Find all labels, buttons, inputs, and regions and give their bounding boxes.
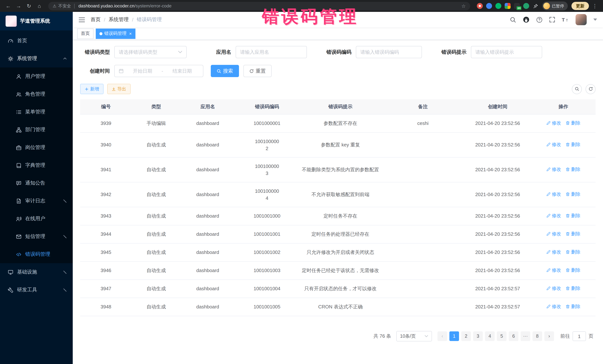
sidebar-item-首页[interactable]: 首页 xyxy=(0,32,73,50)
cell-msg: 不能删除类型为系统内置的参数配置 xyxy=(299,157,382,182)
extensions-pin-icon[interactable] xyxy=(533,3,538,9)
sidebar-item-通知公告[interactable]: 通知公告 xyxy=(0,174,73,192)
table-row: 3946自动生成dashboard1001001003定时任务已经处于该状态，无… xyxy=(80,262,596,280)
delete-link[interactable]: 删除 xyxy=(566,191,580,198)
page-button-5[interactable]: 5 xyxy=(497,331,507,341)
sidebar-item-系统管理[interactable]: 系统管理 xyxy=(0,50,73,67)
delete-link[interactable]: 删除 xyxy=(566,249,580,255)
security-label: 不安全 xyxy=(58,3,71,9)
reload-icon[interactable]: ↻ xyxy=(24,1,33,10)
browser-home-icon[interactable]: ⌂ xyxy=(35,1,44,10)
chevron-down-icon xyxy=(63,235,67,238)
user-icon xyxy=(16,73,22,79)
app-name-input[interactable] xyxy=(236,46,307,58)
sidebar-item-用户管理[interactable]: 用户管理 xyxy=(0,67,73,85)
page-more-button[interactable]: ··· xyxy=(521,331,530,341)
delete-link[interactable]: 删除 xyxy=(566,120,580,127)
error-msg-input[interactable] xyxy=(471,46,542,58)
extension-icon[interactable] xyxy=(486,3,492,9)
goto-page-input[interactable] xyxy=(573,331,586,341)
page-button-1[interactable]: 1 xyxy=(449,331,459,341)
refresh-table-button[interactable] xyxy=(586,84,596,94)
fullscreen-icon[interactable] xyxy=(549,17,555,22)
error-type-select[interactable]: 请选择错误码类型 xyxy=(114,46,187,58)
bookmark-star-icon[interactable]: ☆ xyxy=(462,3,466,9)
sidebar-item-研发工具[interactable]: 研发工具 xyxy=(0,281,73,299)
sidebar: 芋道管理系统 首页系统管理用户管理角色管理菜单管理部门管理岗位管理字典管理通知公… xyxy=(0,12,73,364)
app-logo[interactable]: 芋道管理系统 xyxy=(0,12,73,30)
github-icon[interactable] xyxy=(523,16,530,23)
delete-link[interactable]: 删除 xyxy=(566,212,580,219)
table-row: 3945自动生成dashboard1001001002只允许修改为开启或者关闭状… xyxy=(80,243,596,262)
sidebar-item-菜单管理[interactable]: 菜单管理 xyxy=(0,103,73,121)
font-size-icon[interactable]: TT xyxy=(562,17,569,22)
edit-link[interactable]: 修改 xyxy=(546,212,561,219)
browser-menu-icon[interactable]: ⋮ xyxy=(590,1,599,10)
page-button-6[interactable]: 6 xyxy=(509,331,518,341)
header-search-icon[interactable] xyxy=(510,16,516,23)
sidebar-item-基础设施[interactable]: 基础设施 xyxy=(0,263,73,281)
sidebar-item-审计日志[interactable]: 审计日志 xyxy=(0,192,73,210)
date-range-picker[interactable]: 开始日期 - 结束日期 xyxy=(114,65,203,77)
delete-link[interactable]: 删除 xyxy=(566,285,580,292)
error-code-input[interactable] xyxy=(356,46,422,58)
page-button-3[interactable]: 3 xyxy=(473,331,483,341)
sidebar-item-岗位管理[interactable]: 岗位管理 xyxy=(0,139,73,156)
edit-link[interactable]: 修改 xyxy=(546,267,561,274)
breadcrumb-system[interactable]: 系统管理 xyxy=(109,16,129,23)
cell-type: 自动生成 xyxy=(132,262,181,280)
delete-link[interactable]: 删除 xyxy=(566,141,580,148)
sidebar-item-短信管理[interactable]: 短信管理 xyxy=(0,228,73,245)
extension-icon[interactable] xyxy=(505,3,510,9)
prev-page-button[interactable]: ‹ xyxy=(438,331,447,341)
edit-link[interactable]: 修改 xyxy=(546,120,561,127)
cell-time: 2021-04-20 23:52:56 xyxy=(464,243,531,262)
avatar-caret-icon[interactable] xyxy=(593,19,597,21)
back-icon[interactable]: ← xyxy=(4,1,13,10)
post-icon xyxy=(16,144,22,151)
extension-icon[interactable] xyxy=(495,3,501,9)
reset-button[interactable]: 重置 xyxy=(244,65,272,77)
edit-link[interactable]: 修改 xyxy=(546,249,561,255)
address-bar[interactable]: ⚠ 不安全 dashboard.yudao.iocoder.cn /system… xyxy=(48,2,470,10)
sidebar-item-角色管理[interactable]: 角色管理 xyxy=(0,85,73,103)
next-page-button[interactable]: › xyxy=(544,331,554,341)
page-size-select[interactable]: 10条/页 xyxy=(396,331,432,342)
export-button[interactable]: 导出 xyxy=(107,84,131,94)
edit-link[interactable]: 修改 xyxy=(546,166,561,173)
page-button-8[interactable]: 8 xyxy=(533,331,542,341)
delete-link[interactable]: 删除 xyxy=(566,166,580,173)
toggle-search-button[interactable] xyxy=(572,84,582,94)
hamburger-icon[interactable] xyxy=(79,17,85,22)
tag-error-code[interactable]: 错误码管理 × xyxy=(96,28,135,39)
search-button[interactable]: 搜索 xyxy=(211,65,239,77)
extension-icon[interactable]: on xyxy=(514,3,520,9)
delete-link[interactable]: 删除 xyxy=(566,267,580,274)
delete-link[interactable]: 删除 xyxy=(566,303,580,310)
edit-link[interactable]: 修改 xyxy=(546,285,561,292)
edit-link[interactable]: 修改 xyxy=(546,303,561,310)
browser-update-button[interactable]: 更新 xyxy=(571,2,589,10)
filter-row-1: 错误码类型 请选择错误码类型 应用名 错误码编码 xyxy=(80,46,596,58)
sidebar-item-部门管理[interactable]: 部门管理 xyxy=(0,121,73,139)
add-button[interactable]: 新增 xyxy=(80,84,104,94)
tag-close-icon[interactable]: × xyxy=(129,31,132,36)
sidebar-item-在线用户[interactable]: 在线用户 xyxy=(0,210,73,228)
tag-home[interactable]: 首页 xyxy=(77,28,93,39)
page-button-4[interactable]: 4 xyxy=(485,331,495,341)
sidebar-item-字典管理[interactable]: 字典管理 xyxy=(0,156,73,174)
delete-link[interactable]: 删除 xyxy=(566,230,580,237)
breadcrumb-home[interactable]: 首页 xyxy=(91,16,101,23)
extension-icon[interactable] xyxy=(523,3,529,9)
edit-link[interactable]: 修改 xyxy=(546,230,561,237)
sidebar-item-错误码管理[interactable]: 错误码管理 xyxy=(0,245,73,263)
help-icon[interactable] xyxy=(536,16,543,23)
edit-link[interactable]: 修改 xyxy=(546,141,561,148)
forward-icon[interactable]: → xyxy=(14,1,23,10)
extension-icon[interactable] xyxy=(477,3,483,9)
page-button-2[interactable]: 2 xyxy=(461,331,471,341)
table-row: 3948自动生成dashboard1001001005CRON 表达式不正确20… xyxy=(80,298,596,316)
user-avatar[interactable] xyxy=(576,14,587,25)
edit-link[interactable]: 修改 xyxy=(546,191,561,198)
browser-profile-chip[interactable]: 已暂停 xyxy=(542,1,568,10)
